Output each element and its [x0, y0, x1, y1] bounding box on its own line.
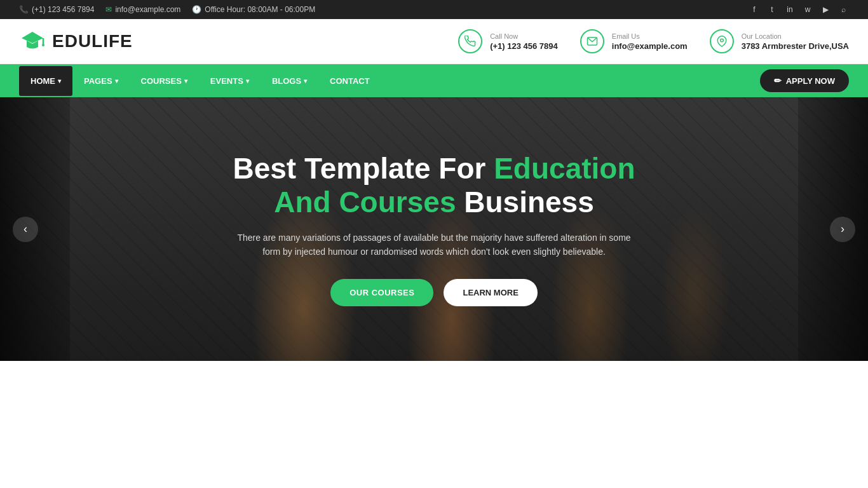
call-icon-circle — [458, 29, 482, 53]
topbar-office-hours: 🕐 Office Hour: 08:00AM - 06:00PM — [192, 5, 315, 14]
topbar-phone: 📞 (+1) 123 456 7894 — [19, 5, 94, 14]
nav-bar: HOME ▾ PAGES ▾ COURSES ▾ EVENTS ▾ BLOGS … — [0, 64, 868, 97]
logo[interactable]: EDULIFE — [19, 28, 133, 55]
instagram-icon[interactable]: in — [784, 4, 796, 15]
nav-item-blogs[interactable]: BLOGS ▾ — [261, 66, 318, 96]
phone-icon: 📞 — [19, 5, 29, 14]
location-label: Our Location — [742, 32, 849, 40]
email-info: Email Us info@example.com — [612, 32, 688, 51]
logo-text: EDULIFE — [52, 31, 133, 51]
phone-svg-icon — [465, 36, 476, 47]
top-bar: 📞 (+1) 123 456 7894 ✉ info@example.com 🕐… — [0, 0, 868, 19]
topbar-email: ✉ info@example.com — [105, 5, 180, 14]
call-value: (+1) 123 456 7894 — [490, 41, 558, 51]
email-svg-icon — [587, 36, 598, 47]
courses-dropdown-arrow: ▾ — [184, 78, 187, 85]
nav-item-courses[interactable]: COURSES ▾ — [130, 66, 199, 96]
location-svg-icon — [716, 36, 728, 47]
contact-location: Our Location 3783 Armbrester Drive,USA — [710, 29, 849, 53]
pencil-icon: ✏ — [774, 76, 782, 86]
blogs-dropdown-arrow: ▾ — [304, 78, 307, 85]
email-value: info@example.com — [612, 41, 688, 51]
header-contacts: Call Now (+1) 123 456 7894 Email Us info… — [458, 29, 849, 53]
facebook-icon[interactable]: f — [749, 4, 760, 15]
email-label: Email Us — [612, 32, 688, 40]
location-icon-circle — [710, 29, 734, 53]
slider-prev-button[interactable]: ‹ — [13, 217, 38, 242]
hero-title-part1: Best Template For — [233, 152, 494, 185]
hero-title-black2: Business — [456, 186, 593, 219]
nav-links: HOME ▾ PAGES ▾ COURSES ▾ EVENTS ▾ BLOGS … — [19, 66, 381, 96]
email-icon: ✉ — [105, 5, 112, 14]
apply-now-button[interactable]: ✏ APPLY NOW — [760, 69, 849, 92]
home-dropdown-arrow: ▾ — [58, 78, 61, 85]
nav-item-events[interactable]: EVENTS ▾ — [199, 66, 261, 96]
hero-subtitle: There are many variations of passages of… — [231, 231, 637, 259]
top-bar-left: 📞 (+1) 123 456 7894 ✉ info@example.com 🕐… — [19, 5, 315, 14]
hero-title: Best Template For Education And Courses … — [231, 152, 637, 219]
svg-point-4 — [720, 39, 723, 42]
hero-section: ‹ Best Template For Education And Course… — [0, 97, 868, 361]
call-label: Call Now — [490, 32, 558, 40]
search-icon[interactable]: ⌕ — [837, 4, 849, 15]
slider-next-button[interactable]: › — [830, 217, 855, 242]
events-dropdown-arrow: ▾ — [246, 78, 249, 85]
top-bar-social: f t in w ▶ ⌕ — [749, 4, 849, 15]
nav-item-home[interactable]: HOME ▾ — [19, 66, 72, 96]
header: EDULIFE Call Now (+1) 123 456 7894 — [0, 19, 868, 64]
svg-marker-0 — [22, 32, 43, 43]
clock-icon: 🕐 — [192, 5, 201, 14]
svg-point-2 — [42, 44, 44, 46]
whatsapp-icon[interactable]: w — [802, 4, 813, 15]
hero-title-green1: Education — [494, 152, 635, 185]
twitter-icon[interactable]: t — [766, 4, 778, 15]
nav-item-pages[interactable]: PAGES ▾ — [72, 66, 130, 96]
contact-email: Email Us info@example.com — [580, 29, 688, 53]
location-value: 3783 Armbrester Drive,USA — [742, 41, 849, 51]
contact-call: Call Now (+1) 123 456 7894 — [458, 29, 558, 53]
nav-item-contact[interactable]: CONTACT — [318, 66, 381, 96]
hero-buttons: OUR COURSES LEARN MORE — [231, 279, 637, 306]
hero-title-part2: And Courses — [274, 186, 456, 219]
logo-icon — [19, 28, 46, 55]
call-info: Call Now (+1) 123 456 7894 — [490, 32, 558, 51]
learn-more-button[interactable]: LEARN MORE — [444, 279, 537, 306]
email-icon-circle — [580, 29, 604, 53]
youtube-icon[interactable]: ▶ — [820, 4, 831, 15]
location-info: Our Location 3783 Armbrester Drive,USA — [742, 32, 849, 51]
pages-dropdown-arrow: ▾ — [115, 78, 118, 85]
hero-content: Best Template For Education And Courses … — [218, 152, 650, 307]
our-courses-button[interactable]: OUR COURSES — [330, 279, 433, 306]
